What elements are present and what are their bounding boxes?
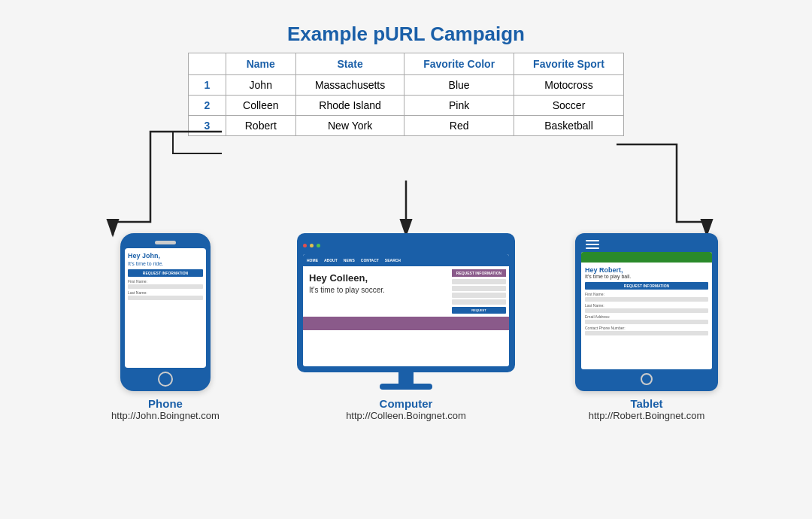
phone-subtext: It's time to ride. — [128, 261, 203, 266]
row-name-2: Colleen — [226, 96, 295, 116]
col-header-state: State — [295, 53, 404, 75]
comp-form-field4 — [452, 299, 506, 305]
row-color-1: Blue — [404, 75, 514, 96]
phone-greeting: Hey John, — [128, 252, 203, 261]
computer-frame: HOME ABOUT NEWS CONTACT SEARCH Hey Colle… — [297, 233, 515, 391]
row-sport-1: Motocross — [514, 75, 624, 96]
row-num-3: 3 — [189, 116, 226, 136]
table-row: 2 Colleen Rhode Island Pink Soccer — [189, 96, 624, 116]
phone-request-btn: REQUEST INFORMATION — [128, 269, 203, 277]
computer-label: Computer http://Colleen.Boingnet.com — [346, 397, 466, 421]
tablet-device-container: Hey Robert, It's time to play ball. REQU… — [541, 233, 752, 421]
monitor-top-bar — [303, 239, 509, 251]
tab-field4-label: Contact Phone Number: — [585, 326, 708, 330]
phone-field2-label: Last Name: — [128, 290, 203, 295]
page-title: Example pURL Campaign — [0, 0, 812, 46]
tab-subtext: It's time to play ball. — [585, 274, 708, 279]
tab-field1 — [585, 297, 708, 302]
col-header-name: Name — [226, 53, 295, 75]
tab-field2 — [585, 308, 708, 313]
computer-url-label: http://Colleen.Boingnet.com — [346, 410, 466, 421]
tab-green-bar — [581, 252, 712, 263]
comp-form-field1 — [452, 279, 506, 284]
phone-field2 — [128, 296, 203, 300]
tablet-frame: Hey Robert, It's time to play ball. REQU… — [575, 233, 718, 391]
computer-type-label: Computer — [346, 397, 466, 410]
row-sport-3: Basketball — [514, 116, 624, 136]
phone-content: Hey John, It's time to ride. REQUEST INF… — [125, 248, 206, 368]
campaign-table: Name State Favorite Color Favorite Sport… — [188, 53, 624, 136]
monitor-stand-neck — [398, 372, 414, 384]
row-sport-2: Soccer — [514, 96, 624, 116]
table-row: 1 John Massachusetts Blue Motocross — [189, 75, 624, 96]
phone-home-button — [158, 372, 173, 387]
tab-field3 — [585, 320, 708, 324]
tablet-top-bar — [581, 239, 712, 250]
table-wrapper: Name State Favorite Color Favorite Sport… — [180, 53, 632, 136]
phone-url-label: http://John.Boingnet.com — [111, 410, 220, 421]
tablet-menu-icon — [586, 240, 599, 249]
nav-about: ABOUT — [324, 258, 338, 263]
tablet-label: Tablet http://Robert.Boingnet.com — [589, 397, 705, 421]
tab-field2-label: Last Name: — [585, 303, 708, 308]
phone-field1 — [128, 284, 203, 289]
window-dot-yellow — [310, 244, 314, 247]
col-header-color: Favorite Color — [404, 53, 514, 75]
comp-nav: HOME ABOUT NEWS CONTACT SEARCH — [303, 254, 509, 266]
tab-request-btn: REQUEST INFORMATION — [585, 282, 708, 290]
comp-sidebar: REQUEST INFORMATION REQUEST — [449, 266, 509, 317]
col-header-empty — [189, 53, 226, 75]
phone-device-container: Hey John, It's time to ride. REQUEST INF… — [60, 233, 271, 421]
row-num-1: 1 — [189, 75, 226, 96]
phone-screen: Hey John, It's time to ride. REQUEST INF… — [125, 248, 206, 368]
comp-form-field3 — [452, 293, 506, 298]
tab-field1-label: First Name: — [585, 292, 708, 296]
comp-subtext: It's time to play soccer. — [309, 286, 443, 294]
monitor: HOME ABOUT NEWS CONTACT SEARCH Hey Colle… — [297, 233, 515, 372]
phone-field1-label: First Name: — [128, 279, 203, 284]
monitor-stand-group — [380, 372, 432, 390]
computer-device-container: HOME ABOUT NEWS CONTACT SEARCH Hey Colle… — [301, 233, 511, 421]
comp-form-field2 — [452, 286, 506, 291]
tab-content: Hey Robert, It's time to play ball. REQU… — [581, 263, 712, 341]
nav-news: NEWS — [344, 258, 355, 263]
nav-home: HOME — [307, 258, 318, 263]
phone-speaker — [155, 241, 176, 244]
phone-frame: Hey John, It's time to ride. REQUEST INF… — [120, 233, 211, 391]
tablet-type-label: Tablet — [589, 397, 705, 410]
row-state-1: Massachusetts — [295, 75, 404, 96]
row-color-2: Pink — [404, 96, 514, 116]
devices-row: Hey John, It's time to ride. REQUEST INF… — [0, 233, 812, 421]
row-state-2: Rhode Island — [295, 96, 404, 116]
nav-contact: CONTACT — [361, 258, 379, 263]
tablet-url-label: http://Robert.Boingnet.com — [589, 410, 705, 421]
tab-greeting: Hey Robert, — [585, 266, 708, 274]
row-color-3: Red — [404, 116, 514, 136]
window-dot-green — [317, 244, 320, 247]
tab-field3-label: Email Address: — [585, 314, 708, 319]
comp-purple-bar — [303, 317, 509, 330]
nav-search: SEARCH — [385, 258, 401, 263]
tablet-screen: Hey Robert, It's time to play ball. REQU… — [581, 252, 712, 369]
phone-type-label: Phone — [111, 397, 220, 410]
table-row: 3 Robert New York Red Basketball — [189, 116, 624, 136]
monitor-screen: HOME ABOUT NEWS CONTACT SEARCH Hey Colle… — [303, 254, 509, 366]
phone-label: Phone http://John.Boingnet.com — [111, 397, 220, 421]
monitor-stand-base — [380, 384, 432, 390]
col-header-sport: Favorite Sport — [514, 53, 624, 75]
row-num-2: 2 — [189, 96, 226, 116]
comp-main: Hey Colleen, It's time to play soccer. — [303, 266, 449, 317]
comp-request-btn: REQUEST — [452, 307, 506, 314]
window-dot-red — [303, 244, 307, 247]
row-name-3: Robert — [226, 116, 295, 136]
comp-greeting: Hey Colleen, — [309, 272, 443, 284]
comp-body: Hey Colleen, It's time to play soccer. R… — [303, 266, 509, 317]
tablet-home-button — [641, 373, 653, 385]
comp-form-title: REQUEST INFORMATION — [452, 269, 506, 277]
tab-field4 — [585, 331, 708, 335]
row-state-3: New York — [295, 116, 404, 136]
row-name-1: John — [226, 75, 295, 96]
page-container: Example pURL Campaign Name State Favorit… — [0, 0, 812, 519]
